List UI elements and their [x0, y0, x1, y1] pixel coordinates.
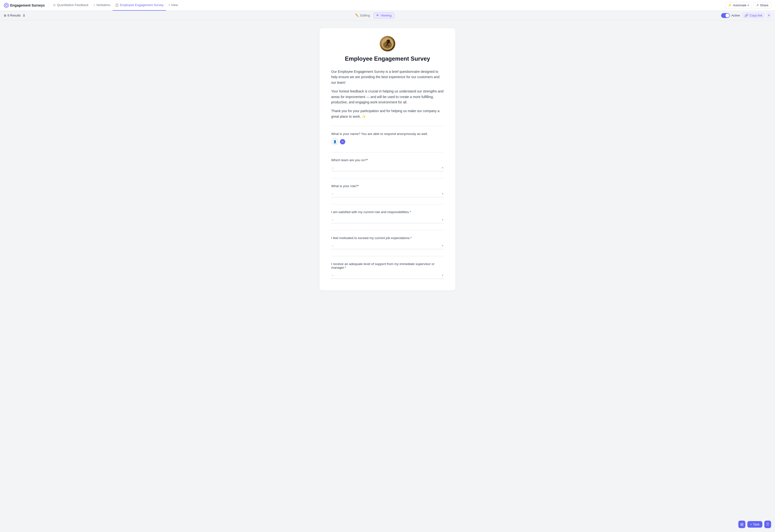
question-block-q2: Which team are you on?*–▾ — [331, 152, 444, 171]
automate-label: Automate — [733, 3, 747, 7]
survey-card: Employee Engagement Survey Our Employee … — [319, 28, 456, 291]
tab-quantitative[interactable]: ⊞ Quantitative Feedback — [51, 0, 91, 11]
questions-container: What is your name? You are able to respo… — [331, 126, 444, 279]
copy-link-button[interactable]: 🔗 Copy link — [742, 12, 765, 18]
nav-right-section: ⚡ Automate ▾ ↗ Share — [725, 2, 771, 8]
list-icon: ≡ — [93, 3, 95, 7]
viewing-toggle[interactable]: 👁 Viewing — [373, 12, 394, 18]
dropdown-field-q6[interactable]: –▾ — [331, 272, 444, 279]
people-picker-q1[interactable]: 👤+ — [331, 138, 444, 145]
toggle-thumb — [725, 14, 729, 17]
dropdown-field-q5[interactable]: –▾ — [331, 242, 444, 249]
bottom-toolbar: ⊞ + Task ⠿ — [738, 521, 771, 528]
add-view-label: + View — [168, 3, 178, 7]
avatar-image — [380, 36, 395, 51]
tab-add-view[interactable]: + View — [166, 0, 180, 11]
plus-icon: + — [750, 523, 752, 526]
dropdown-arrow-icon: ▾ — [442, 218, 443, 221]
question-block-q5: I feel motivated to exceed my current jo… — [331, 230, 444, 249]
logo-icon — [4, 3, 9, 8]
table-icon-button[interactable]: ⊞ — [738, 521, 745, 528]
avatar — [380, 36, 395, 51]
download-button[interactable]: ⬇ — [23, 14, 25, 17]
question-label-q3: What is your role?* — [331, 184, 444, 188]
table-icon: ⊞ — [740, 522, 743, 526]
dropdown-arrow-icon: ▾ — [442, 274, 443, 277]
tab-verbatims-label: Verbatims — [96, 3, 110, 7]
share-button[interactable]: ↗ Share — [753, 2, 771, 8]
question-block-q1: What is your name? You are able to respo… — [331, 126, 444, 145]
question-label-q2: Which team are you on?* — [331, 158, 444, 162]
survey-desc-3: Thank you for your participation and for… — [331, 108, 444, 119]
add-person-button[interactable]: + — [340, 139, 345, 144]
dropdown-field-q2[interactable]: –▾ — [331, 164, 444, 171]
eye-icon: 👁 — [376, 14, 379, 17]
dropdown-value: – — [332, 192, 333, 196]
results-count: 6 Results — [8, 14, 21, 17]
survey-desc-1: Our Employee Engagement Survey is a brie… — [331, 69, 444, 85]
question-label-q5: I feel motivated to exceed my current jo… — [331, 236, 444, 240]
tab-survey[interactable]: 📋 Employee Engagement Survey — [113, 0, 166, 11]
dots-icon-button[interactable]: ⠿ — [764, 521, 771, 528]
app-logo[interactable]: Engagement Surveys — [4, 3, 45, 8]
automate-button[interactable]: ⚡ Automate ▾ — [725, 2, 752, 8]
question-label-q6: I receive an adequate level of support f… — [331, 262, 444, 269]
toolbar-center: ✏️ Editing 👁 Viewing — [27, 12, 719, 18]
dropdown-value: – — [332, 166, 333, 170]
dropdown-arrow-icon: ▾ — [442, 166, 443, 169]
automate-chevron-icon: ▾ — [748, 4, 749, 7]
svg-point-4 — [388, 40, 390, 42]
copy-link-chevron[interactable]: ▾ — [767, 13, 771, 18]
tab-quantitative-label: Quantitative Feedback — [57, 3, 88, 7]
editing-toggle[interactable]: ✏️ Editing — [352, 12, 373, 18]
viewing-label: Viewing — [380, 14, 392, 17]
share-label: Share — [760, 3, 768, 7]
link-icon: 🔗 — [744, 14, 748, 17]
copy-link-label: Copy link — [750, 14, 762, 17]
grid-icon: ⊞ — [53, 3, 56, 7]
grid-results-icon: ⊞ — [4, 14, 6, 17]
form-icon: 📋 — [115, 3, 119, 7]
active-toggle[interactable]: Active — [721, 13, 740, 18]
editing-label: Editing — [360, 14, 370, 17]
toolbar-left: ⊞ 6 Results ⬇ — [4, 14, 25, 17]
survey-desc-2: Your honest feedback is crucial in helpi… — [331, 89, 444, 105]
active-label: Active — [731, 14, 740, 17]
tab-verbatims[interactable]: ≡ Verbatims — [91, 0, 113, 11]
tab-survey-label: Employee Engagement Survey — [120, 3, 163, 7]
dropdown-value: – — [332, 273, 333, 277]
toolbar-right: Active 🔗 Copy link ▾ — [721, 12, 771, 18]
dropdown-value: – — [332, 218, 333, 222]
dropdown-field-q4[interactable]: –▾ — [331, 216, 444, 223]
survey-header: Employee Engagement Survey — [331, 36, 444, 63]
svg-point-0 — [5, 4, 7, 6]
question-block-q3: What is your role?*–▾ — [331, 178, 444, 197]
person-avatar-slot[interactable]: 👤 — [331, 138, 338, 145]
top-navigation: Engagement Surveys ⊞ Quantitative Feedba… — [0, 0, 775, 11]
main-content: Employee Engagement Survey Our Employee … — [0, 20, 775, 298]
toggle-track[interactable] — [721, 13, 730, 18]
share-icon: ↗ — [756, 3, 759, 7]
toolbar: ⊞ 6 Results ⬇ ✏️ Editing 👁 Viewing Activ… — [0, 11, 775, 20]
survey-title: Employee Engagement Survey — [345, 55, 430, 62]
question-block-q4: I am satisfied with my current role and … — [331, 204, 444, 223]
results-badge: ⊞ 6 Results — [4, 14, 21, 17]
question-block-q6: I receive an adequate level of support f… — [331, 256, 444, 279]
automate-icon: ⚡ — [728, 3, 732, 7]
app-name: Engagement Surveys — [10, 3, 45, 7]
survey-description: Our Employee Engagement Survey is a brie… — [331, 69, 444, 119]
question-label-q1: What is your name? You are able to respo… — [331, 132, 444, 136]
grid-dots-icon: ⠿ — [766, 522, 769, 526]
task-label: Task — [753, 523, 759, 526]
edit-icon: ✏️ — [355, 14, 359, 17]
dropdown-field-q3[interactable]: –▾ — [331, 190, 444, 197]
task-button[interactable]: + Task — [747, 521, 762, 528]
dropdown-arrow-icon: ▾ — [442, 244, 443, 247]
dropdown-arrow-icon: ▾ — [442, 192, 443, 195]
question-label-q4: I am satisfied with my current role and … — [331, 210, 444, 214]
dropdown-value: – — [332, 244, 333, 248]
